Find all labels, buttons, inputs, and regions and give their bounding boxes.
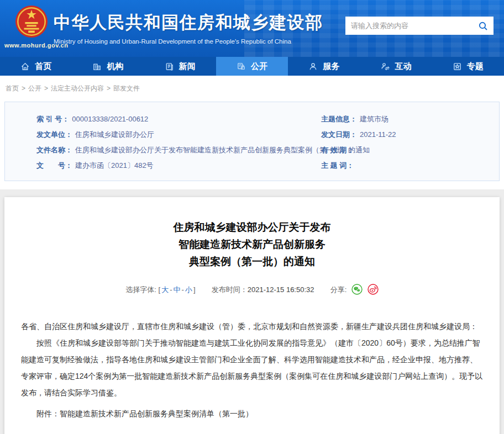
news-icon [165,62,174,71]
search-box [345,17,494,35]
breadcrumb-separator: > [107,84,111,92]
article-panel: 住房和城乡建设部办公厅关于发布 智能建造新技术新产品创新服务 典型案例（第一批）… [4,197,500,434]
home-icon [20,62,30,71]
topic-info-value: 建筑市场 [360,112,389,127]
nav-item-disclosure[interactable]: 公开 [216,57,288,76]
search-input[interactable] [345,17,473,35]
keywords-label: 主 题 词： [321,158,354,173]
breadcrumb-statutory-disclosure[interactable]: 法定主动公开内容 [51,84,104,92]
nav-item-organization[interactable]: 机构 [72,57,144,76]
issuing-unit-value: 住房和城乡建设部办公厅 [75,127,154,142]
nav-item-label: 服务 [323,61,339,72]
article-title-line: 住房和城乡建设部办公厅关于发布 [4,219,500,236]
font-size-small-button[interactable]: 小 [185,285,192,294]
article-title-line: 典型案例（第一批）的通知 [4,253,500,270]
organization-icon [92,62,102,71]
main-nav: 首页 机构 新闻 公开 服务 互动 专题 [0,57,504,76]
wechat-share-icon[interactable] [351,284,363,297]
info-row-filename-validity: 文件名称： 住房和城乡建设部办公厅关于发布智能建造新技术新产品创新服务典型案例（… [5,142,499,158]
breadcrumb-separator: > [44,84,48,92]
breadcrumb-disclosure[interactable]: 公开 [28,84,41,92]
topic-info-label: 主题信息： [321,112,357,127]
special-topic-icon [453,62,462,71]
nav-item-label: 互动 [395,61,412,72]
article-paragraph: 各省、自治区住房和城乡建设厅，直辖市住房和城乡建设（管）委，北京市规划和自然资源… [21,318,483,335]
article-title: 住房和城乡建设部办公厅关于发布 智能建造新技术新产品创新服务 典型案例（第一批）… [4,219,500,270]
article-body: 各省、自治区住房和城乡建设厅，直辖市住房和城乡建设（管）委，北京市规划和自然资源… [21,318,483,422]
nav-item-news[interactable]: 新闻 [144,57,216,76]
nav-item-label: 公开 [251,61,267,72]
breadcrumb-current-page: 部发文件 [113,84,140,92]
nav-item-special-topic[interactable]: 专题 [432,57,504,76]
validity-period-label: 有 效 期： [321,142,354,158]
info-row-index-topic: 索 引 号： 000013338/2021-00612 主题信息： 建筑市场 [5,112,499,127]
issuing-unit-label: 发文单位： [36,127,72,142]
publish-time-label: 发布时间： [212,285,248,294]
issue-date-value: 2021-11-22 [360,127,396,142]
document-info-panel: 索 引 号： 000013338/2021-00612 主题信息： 建筑市场 发… [4,102,500,181]
font-size-bracket: [ [159,285,161,294]
article-paragraph: 按照《住房和城乡建设部等部门关于推动智能建造与建筑工业化协同发展的指导意见》（建… [21,335,483,401]
share-label: 分享: [330,285,347,294]
nav-item-home[interactable]: 首页 [0,57,72,76]
nav-item-label: 首页 [35,61,51,72]
attachment-line: 附件：智能建造新技术新产品创新服务典型案例清单（第一批） [21,405,483,422]
site-header: www.mohurd.gov.cn 中华人民共和国住房和城乡建设部 Minist… [0,0,504,57]
nav-item-interaction[interactable]: 互动 [360,57,432,76]
service-icon [308,62,318,71]
search-icon [478,21,488,31]
breadcrumb-separator: > [22,84,25,92]
article-meta-bar: 选择字体: [大-中-小] 发布时间：2021-12-15 16:50:32 分… [4,284,500,297]
weibo-share-icon[interactable] [368,284,379,297]
document-number-label: 文 号： [36,158,72,173]
breadcrumb-home[interactable]: 首页 [6,84,19,92]
disclosure-icon [237,62,246,71]
breadcrumb: 首页>公开>法定主动公开内容>部发文件 [0,76,504,100]
search-button[interactable] [473,17,494,35]
document-number-value: 建办市函〔2021〕482号 [75,158,154,173]
font-size-dash: - [170,285,172,294]
index-number-value: 000013338/2021-00612 [72,112,148,127]
publish-time-value: 2021-12-15 16:50:32 [248,285,314,294]
info-row-docnumber-keywords: 文 号： 建办市函〔2021〕482号 主 题 词： [5,158,499,173]
font-size-large-button[interactable]: 大 [161,285,169,294]
font-size-dash: - [182,285,184,294]
article-title-line: 智能建造新技术新产品创新服务 [4,236,500,253]
nav-item-label: 机构 [107,61,123,72]
site-title: 中华人民共和国住房和城乡建设部 [54,11,323,34]
font-select-label: 选择字体: [125,285,156,294]
national-emblem-icon [14,4,49,39]
info-row-issuer-date: 发文单位： 住房和城乡建设部办公厅 发文日期： 2021-11-22 [5,127,499,142]
document-name-label: 文件名称： [36,142,72,158]
font-size-bracket: ] [193,285,196,294]
site-subtitle: Ministry of Housing and Urban-Rural Deve… [54,38,323,45]
nav-item-service[interactable]: 服务 [288,57,360,76]
nav-item-label: 新闻 [179,61,196,72]
font-size-medium-button[interactable]: 中 [174,285,181,294]
issue-date-label: 发文日期： [321,127,357,142]
interaction-icon [381,62,390,71]
index-number-label: 索 引 号： [36,112,69,127]
nav-item-label: 专题 [467,61,484,72]
